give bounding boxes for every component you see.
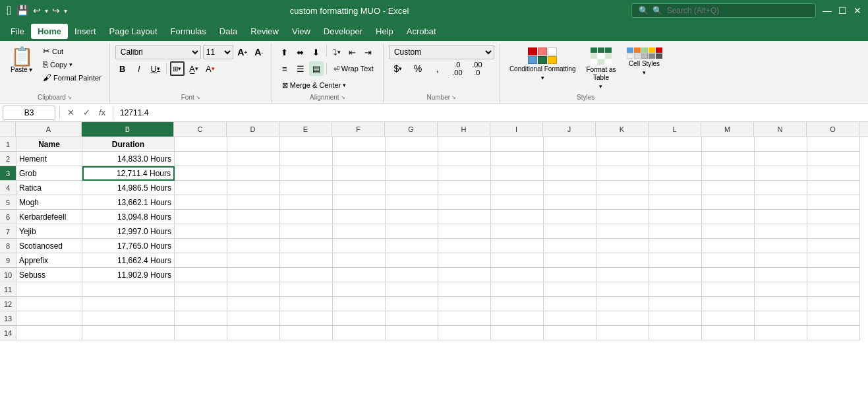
cell-I6[interactable] <box>491 210 544 224</box>
cell-F4[interactable] <box>333 181 386 195</box>
cell-N3[interactable] <box>755 166 807 181</box>
cell-C5[interactable] <box>175 195 227 210</box>
center-align-button[interactable]: ☰ <box>293 61 308 76</box>
col-header-L[interactable]: L <box>649 122 701 137</box>
cell-A10[interactable]: Sebuss <box>16 268 82 282</box>
cell-K7[interactable] <box>596 224 649 239</box>
font-color-button[interactable]: A▾ <box>203 61 217 76</box>
cell-D7[interactable] <box>227 224 280 239</box>
cell-G3[interactable] <box>386 166 438 181</box>
cell-M7[interactable] <box>702 224 755 239</box>
cell-N2[interactable] <box>755 152 807 166</box>
cell-I9[interactable] <box>491 253 544 268</box>
cell-F9[interactable] <box>333 253 386 268</box>
cell-E5[interactable] <box>280 195 333 210</box>
cell-D9[interactable] <box>227 253 280 268</box>
cell-H8[interactable] <box>438 239 491 253</box>
cell-A6[interactable]: Kerbardefeell <box>16 210 82 224</box>
cell-G2[interactable] <box>386 152 438 166</box>
cell-G5[interactable] <box>386 195 438 210</box>
menu-data[interactable]: Data <box>213 24 244 39</box>
menu-review[interactable]: Review <box>244 24 285 39</box>
cell-B5[interactable]: 13,662.1 Hours <box>82 195 175 210</box>
maximize-icon[interactable]: ☐ <box>838 5 847 16</box>
accounting-format-button[interactable]: $▾ <box>389 61 407 76</box>
cell-I10[interactable] <box>491 268 544 282</box>
cell-O2[interactable] <box>807 152 860 166</box>
cell-L1[interactable] <box>649 137 702 152</box>
cell-N8[interactable] <box>755 239 807 253</box>
cell-D4[interactable] <box>227 181 280 195</box>
increase-decimal-button[interactable]: .0.00 <box>448 61 467 76</box>
cell-B11[interactable] <box>82 282 175 297</box>
cell-L10[interactable] <box>649 268 702 282</box>
cell-E4[interactable] <box>280 181 333 195</box>
redo-icon[interactable]: ↪ <box>52 5 60 16</box>
copy-button[interactable]: ⎘ Copy ▾ <box>40 58 104 71</box>
menu-insert[interactable]: Insert <box>68 24 103 39</box>
border-button[interactable]: ⊞▾ <box>170 61 185 76</box>
fill-color-button[interactable]: A̲▾ <box>187 61 201 76</box>
cell-H7[interactable] <box>438 224 491 239</box>
cell-F2[interactable] <box>333 152 386 166</box>
cell-G6[interactable] <box>386 210 438 224</box>
cell-E3[interactable] <box>280 166 333 181</box>
cell-L5[interactable] <box>649 195 702 210</box>
cell-J8[interactable] <box>544 239 596 253</box>
cell-C10[interactable] <box>175 268 227 282</box>
cell-J10[interactable] <box>544 268 596 282</box>
row-num-6[interactable]: 6 <box>0 210 16 224</box>
row-num-13[interactable]: 13 <box>0 311 16 326</box>
cell-M5[interactable] <box>702 195 755 210</box>
row-num-2[interactable]: 2 <box>0 152 16 166</box>
cell-K2[interactable] <box>596 152 649 166</box>
col-header-E[interactable]: E <box>279 122 332 137</box>
merge-center-button[interactable]: ⊠ Merge & Center ▾ <box>277 78 351 92</box>
cell-A8[interactable]: Scotianosed <box>16 239 82 253</box>
cell-M10[interactable] <box>702 268 755 282</box>
cell-K4[interactable] <box>596 181 649 195</box>
col-header-I[interactable]: I <box>490 122 543 137</box>
cell-D5[interactable] <box>227 195 280 210</box>
col-header-A[interactable]: A <box>16 122 82 137</box>
cell-B10[interactable]: 11,902.9 Hours <box>82 268 175 282</box>
row-num-5[interactable]: 5 <box>0 195 16 210</box>
cell-D8[interactable] <box>227 239 280 253</box>
col-header-M[interactable]: M <box>701 122 754 137</box>
cell-O9[interactable] <box>807 253 860 268</box>
cell-D3[interactable] <box>227 166 280 181</box>
cell-F1[interactable] <box>333 137 386 152</box>
cell-B8[interactable]: 17,765.0 Hours <box>82 239 175 253</box>
col-header-N[interactable]: N <box>754 122 807 137</box>
cell-H5[interactable] <box>438 195 491 210</box>
cell-K8[interactable] <box>596 239 649 253</box>
row-num-10[interactable]: 10 <box>0 268 16 282</box>
cell-styles-button[interactable]: Cell Styles ▾ <box>623 45 666 78</box>
middle-align-button[interactable]: ⬌ <box>293 45 308 59</box>
cell-D1[interactable] <box>227 137 280 152</box>
insert-function-icon[interactable]: fx <box>96 106 109 119</box>
undo-icon[interactable]: ↩ <box>33 5 41 16</box>
cell-O4[interactable] <box>807 181 860 195</box>
cell-E6[interactable] <box>280 210 333 224</box>
menu-page-layout[interactable]: Page Layout <box>103 24 164 39</box>
cell-H6[interactable] <box>438 210 491 224</box>
cell-F6[interactable] <box>333 210 386 224</box>
cell-J7[interactable] <box>544 224 596 239</box>
increase-font-button[interactable]: A+ <box>235 45 250 59</box>
cell-K5[interactable] <box>596 195 649 210</box>
col-header-H[interactable]: H <box>438 122 490 137</box>
cell-H3[interactable] <box>438 166 491 181</box>
cell-A9[interactable]: Apprefix <box>16 253 82 268</box>
format-painter-button[interactable]: 🖌 Format Painter <box>40 71 104 84</box>
cell-C1[interactable] <box>175 137 227 152</box>
indent-left-button[interactable]: ⇤ <box>345 45 360 59</box>
cell-A4[interactable]: Ratica <box>16 181 82 195</box>
cell-H4[interactable] <box>438 181 491 195</box>
row-num-1[interactable]: 1 <box>0 137 16 152</box>
cell-N4[interactable] <box>755 181 807 195</box>
cell-N1[interactable] <box>755 137 807 152</box>
format-as-table-button[interactable]: Format asTable ▾ <box>582 45 620 92</box>
cell-O10[interactable] <box>807 268 860 282</box>
cell-L9[interactable] <box>649 253 702 268</box>
